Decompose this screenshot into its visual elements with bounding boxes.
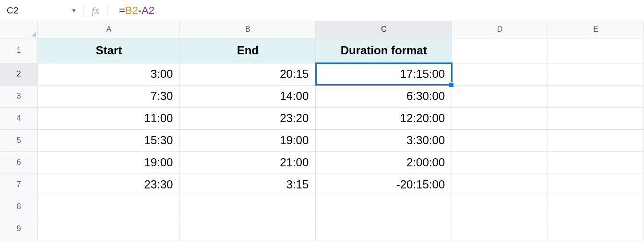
cell-e3[interactable] — [548, 85, 644, 107]
cell-a5[interactable]: 15:30 — [38, 129, 180, 151]
col-header-d[interactable]: D — [452, 21, 548, 38]
cell-c3[interactable]: 6:30:00 — [316, 85, 452, 107]
cell-b1[interactable]: End — [180, 38, 316, 63]
cell-e9[interactable] — [548, 218, 644, 240]
col-header-c[interactable]: C — [316, 21, 452, 38]
cell-a6[interactable]: 19:00 — [38, 151, 180, 174]
col-header-b[interactable]: B — [180, 21, 316, 38]
spreadsheet-grid[interactable]: A B C D E 1 Start End Duration format 2 … — [0, 21, 644, 240]
name-box[interactable]: C2 ▼ — [0, 0, 82, 21]
divider — [107, 4, 107, 17]
cell-b6[interactable]: 21:00 — [180, 151, 316, 174]
formula-op: - — [138, 4, 142, 16]
cell-b4[interactable]: 23:20 — [180, 107, 316, 129]
cell-c5[interactable]: 3:30:00 — [316, 129, 452, 151]
cell-d8[interactable] — [452, 196, 548, 218]
cell-d5[interactable] — [452, 129, 548, 151]
cell-d3[interactable] — [452, 85, 548, 107]
select-all-corner[interactable] — [0, 21, 38, 38]
cell-c7[interactable]: -20:15:00 — [316, 174, 452, 196]
row-header-7[interactable]: 7 — [0, 174, 38, 196]
cell-c8[interactable] — [316, 196, 452, 218]
formula-ref-b2: B2 — [125, 4, 138, 16]
cell-b8[interactable] — [180, 196, 316, 218]
formula-eq: = — [119, 4, 125, 16]
cell-c6[interactable]: 2:00:00 — [316, 151, 452, 174]
cell-b7[interactable]: 3:15 — [180, 174, 316, 196]
row-header-4[interactable]: 4 — [0, 107, 38, 129]
cell-d1[interactable] — [452, 38, 548, 63]
cell-c2[interactable]: 17:15:00 — [316, 63, 452, 85]
row-header-1[interactable]: 1 — [0, 38, 38, 63]
cell-d4[interactable] — [452, 107, 548, 129]
cell-e1[interactable] — [548, 38, 644, 63]
row-header-3[interactable]: 3 — [0, 85, 38, 107]
cell-b5[interactable]: 19:00 — [180, 129, 316, 151]
cell-a4[interactable]: 11:00 — [38, 107, 180, 129]
cell-a2[interactable]: 3:00 — [38, 63, 180, 85]
row-header-9[interactable]: 9 — [0, 218, 38, 240]
cell-a9[interactable] — [38, 218, 180, 240]
cell-e5[interactable] — [548, 129, 644, 151]
cell-b3[interactable]: 14:00 — [180, 85, 316, 107]
cell-e6[interactable] — [548, 151, 644, 174]
cell-b9[interactable] — [180, 218, 316, 240]
cell-a1[interactable]: Start — [38, 38, 180, 63]
formula-input[interactable]: =B2-A2 — [109, 4, 644, 17]
col-header-a[interactable]: A — [38, 21, 180, 38]
formula-bar: C2 ▼ fx =B2-A2 — [0, 0, 644, 21]
cell-e8[interactable] — [548, 196, 644, 218]
cell-d7[interactable] — [452, 174, 548, 196]
cell-b2[interactable]: 20:15 — [180, 63, 316, 85]
fx-icon: fx — [86, 4, 105, 17]
cell-d9[interactable] — [452, 218, 548, 240]
chevron-down-icon[interactable]: ▼ — [71, 7, 77, 14]
cell-e7[interactable] — [548, 174, 644, 196]
cell-a3[interactable]: 7:30 — [38, 85, 180, 107]
formula-ref-a2: A2 — [142, 4, 155, 16]
row-header-8[interactable]: 8 — [0, 196, 38, 218]
cell-e2[interactable] — [548, 63, 644, 85]
cell-c4[interactable]: 12:20:00 — [316, 107, 452, 129]
cell-d6[interactable] — [452, 151, 548, 174]
divider — [83, 4, 84, 17]
row-header-6[interactable]: 6 — [0, 151, 38, 174]
cell-a8[interactable] — [38, 196, 180, 218]
cell-d2[interactable] — [452, 63, 548, 85]
cell-c1[interactable]: Duration format — [316, 38, 452, 63]
name-box-value: C2 — [7, 5, 18, 16]
row-header-5[interactable]: 5 — [0, 129, 38, 151]
col-header-e[interactable]: E — [548, 21, 644, 38]
cell-e4[interactable] — [548, 107, 644, 129]
cell-a7[interactable]: 23:30 — [38, 174, 180, 196]
row-header-2[interactable]: 2 — [0, 63, 38, 85]
cell-c9[interactable] — [316, 218, 452, 240]
